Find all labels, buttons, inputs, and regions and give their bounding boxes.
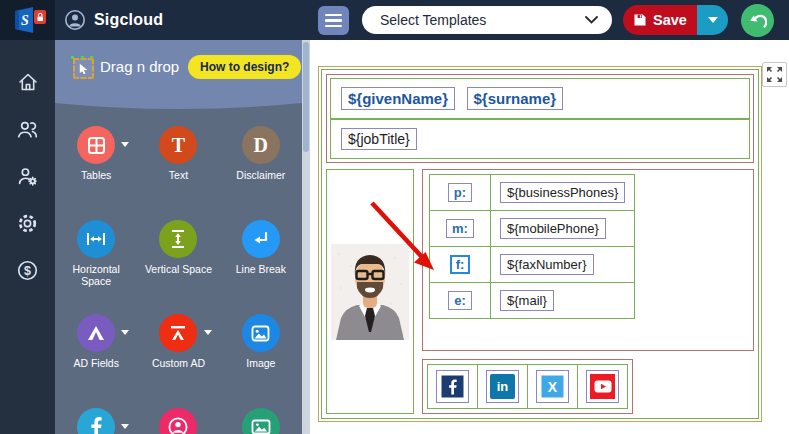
chevron-down-icon (585, 16, 598, 24)
contact-column: p: ${businessPhones} m: ${mobilePhone} f… (422, 169, 754, 414)
save-label: Save (653, 12, 687, 28)
tables-icon (77, 126, 115, 164)
expand-arrows-icon (766, 66, 783, 83)
table-row: f: ${faxNumber} (430, 247, 635, 283)
sigcloud-logo-icon: S (12, 5, 48, 35)
user-settings-icon[interactable] (14, 162, 42, 190)
name-section: ${givenName} ${surname} ${jobTitle} (326, 74, 754, 163)
settings-gear-icon[interactable] (14, 209, 42, 237)
linkedin-icon[interactable]: in (486, 370, 519, 403)
app-logo[interactable]: S (0, 0, 55, 40)
caret-down-icon (121, 142, 129, 147)
svg-text:S: S (21, 13, 29, 28)
account-icon (64, 9, 86, 31)
users-icon[interactable] (14, 115, 42, 143)
facebook-icon (77, 408, 115, 434)
label-fax-selected[interactable]: f: (450, 255, 471, 274)
horizontal-space-icon (77, 220, 115, 258)
social-icons-table: in X (427, 364, 628, 409)
label-mobile[interactable]: m: (446, 219, 474, 238)
line-break-icon (242, 220, 280, 258)
field-mail[interactable]: ${mail} (500, 290, 554, 311)
ad-fields-icon (77, 314, 115, 352)
palette-item-image[interactable]: Image (220, 308, 302, 396)
component-palette: Drag n drop How to design? Tables T Text… (55, 40, 302, 434)
palette-item-text[interactable]: T Text (137, 120, 219, 208)
label-phone[interactable]: p: (448, 183, 472, 202)
vertical-space-icon (159, 220, 197, 258)
palette-title: Drag n drop (100, 58, 179, 75)
palette-item-custom-ad[interactable]: Custom AD (137, 308, 219, 396)
table-row: p: ${businessPhones} (430, 175, 635, 211)
design-canvas: ${givenName} ${surname} ${jobTitle} (310, 40, 789, 434)
home-icon[interactable] (14, 68, 42, 96)
contact-table: p: ${businessPhones} m: ${mobilePhone} f… (429, 174, 635, 319)
save-button[interactable]: Save (623, 5, 697, 35)
palette-grid: Tables T Text D Disclaimer Horizontal Sp… (55, 120, 302, 434)
save-split-button: Save (623, 5, 728, 35)
image-icon (242, 314, 280, 352)
field-given-name[interactable]: ${givenName} (341, 87, 455, 110)
table-row: m: ${mobilePhone} (430, 211, 635, 247)
contact-table-wrapper: p: ${businessPhones} m: ${mobilePhone} f… (422, 169, 754, 351)
palette-item-profile-photo[interactable]: Profile Photo (137, 402, 219, 434)
save-options-caret-button[interactable] (697, 5, 728, 35)
disclaimer-icon: D (242, 126, 280, 164)
header-wave (55, 98, 302, 114)
palette-item-vertical-space[interactable]: Vertical Space (137, 214, 219, 302)
job-title-row: ${jobTitle} (331, 120, 749, 158)
scrollbar-thumb[interactable] (303, 42, 309, 152)
palette-item-social-media[interactable]: Social Media (55, 402, 137, 434)
palette-item-disclaimer[interactable]: D Disclaimer (220, 120, 302, 208)
drag-n-drop-icon (73, 58, 94, 79)
field-job-title[interactable]: ${jobTitle} (341, 128, 417, 150)
name-row: ${givenName} ${surname} (331, 79, 749, 120)
caret-down-icon (121, 424, 129, 429)
palette-scrollbar[interactable] (302, 40, 310, 434)
field-mobile-phone[interactable]: ${mobilePhone} (500, 218, 606, 239)
how-to-design-button[interactable]: How to design? (188, 55, 301, 79)
undo-arrow-icon (749, 13, 767, 29)
palette-item-banner[interactable]: Banner (220, 402, 302, 434)
palette-item-line-break[interactable]: Line Break (220, 214, 302, 302)
youtube-icon[interactable] (586, 370, 619, 403)
x-twitter-icon[interactable]: X (536, 370, 569, 403)
contact-section: p: ${businessPhones} m: ${mobilePhone} f… (326, 169, 754, 414)
floppy-save-icon (633, 13, 647, 27)
text-icon: T (159, 126, 197, 164)
profile-photo-image (331, 244, 409, 340)
brand: Sigcloud (64, 0, 163, 40)
profile-photo-icon (159, 408, 197, 434)
table-row: e: ${mail} (430, 283, 635, 319)
expand-fullscreen-button[interactable] (762, 62, 787, 87)
palette-item-tables[interactable]: Tables (55, 120, 137, 208)
field-business-phones[interactable]: ${businessPhones} (500, 182, 625, 203)
brand-name: Sigcloud (94, 11, 163, 29)
palette-item-horizontal-space[interactable]: Horizontal Space (55, 214, 137, 302)
palette-item-ad-fields[interactable]: AD Fields (55, 308, 137, 396)
select-templates-dropdown[interactable]: Select Templates (362, 6, 612, 34)
custom-ad-icon (159, 314, 197, 352)
profile-photo-cell[interactable] (326, 169, 414, 414)
field-fax-number[interactable]: ${faxNumber} (500, 254, 594, 275)
caret-down-icon (121, 330, 129, 335)
undo-button[interactable] (741, 4, 774, 37)
field-surname[interactable]: ${surname} (467, 87, 564, 110)
select-templates-value: Select Templates (380, 12, 486, 28)
top-bar: S Sigcloud Select Templates Save (0, 0, 789, 40)
signature-template[interactable]: ${givenName} ${surname} ${jobTitle} (318, 66, 762, 422)
billing-dollar-icon[interactable]: $ (14, 256, 42, 284)
social-icons-wrapper: in X (422, 359, 633, 414)
nav-rail: $ (0, 40, 55, 434)
label-email[interactable]: e: (448, 291, 472, 310)
caret-down-icon (708, 17, 718, 23)
svg-text:$: $ (24, 264, 31, 278)
facebook-icon[interactable] (436, 370, 469, 403)
caret-down-icon (204, 330, 212, 335)
banner-icon (242, 408, 280, 434)
menu-hamburger-button[interactable] (318, 6, 349, 35)
